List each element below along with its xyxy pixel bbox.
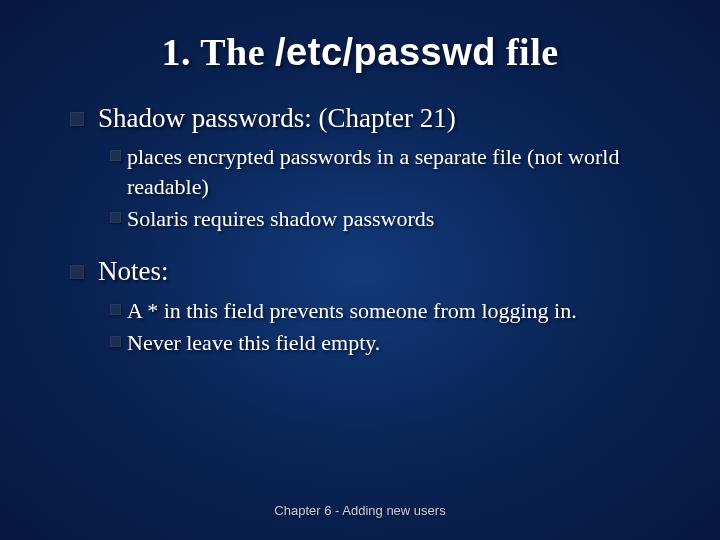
slide: 1. The /etc/passwd file Shadow passwords…	[0, 0, 720, 540]
title-code: /etc/passwd	[275, 31, 496, 73]
square-bullet-icon	[70, 112, 84, 126]
sub-list: places encrypted passwords in a separate…	[70, 142, 670, 233]
square-bullet-icon	[110, 150, 121, 161]
sub-list-item: places encrypted passwords in a separate…	[110, 142, 670, 201]
bullet-line: Notes:	[70, 255, 670, 287]
square-bullet-icon	[70, 265, 84, 279]
sub-list: A * in this field prevents someone from …	[70, 296, 670, 357]
sub-item-text: places encrypted passwords in a separate…	[127, 142, 670, 201]
title-part2: file	[496, 31, 559, 73]
sub-item-text: A * in this field prevents someone from …	[127, 296, 577, 326]
square-bullet-icon	[110, 336, 121, 347]
list-item: Notes: A * in this field prevents someon…	[70, 255, 670, 357]
sub-list-item: Solaris requires shadow passwords	[110, 204, 670, 234]
bullet-line: Shadow passwords: (Chapter 21)	[70, 102, 670, 134]
slide-footer: Chapter 6 - Adding new users	[0, 503, 720, 518]
square-bullet-icon	[110, 304, 121, 315]
square-bullet-icon	[110, 212, 121, 223]
title-part1: 1. The	[161, 31, 275, 73]
list-item: Shadow passwords: (Chapter 21) places en…	[70, 102, 670, 233]
slide-title: 1. The /etc/passwd file	[50, 30, 670, 74]
sub-item-text: Solaris requires shadow passwords	[127, 204, 434, 234]
sub-list-item: Never leave this field empty.	[110, 328, 670, 358]
item-text: Notes:	[98, 255, 169, 287]
sub-item-text: Never leave this field empty.	[127, 328, 380, 358]
item-text: Shadow passwords: (Chapter 21)	[98, 102, 456, 134]
slide-content: Shadow passwords: (Chapter 21) places en…	[50, 102, 670, 357]
sub-list-item: A * in this field prevents someone from …	[110, 296, 670, 326]
